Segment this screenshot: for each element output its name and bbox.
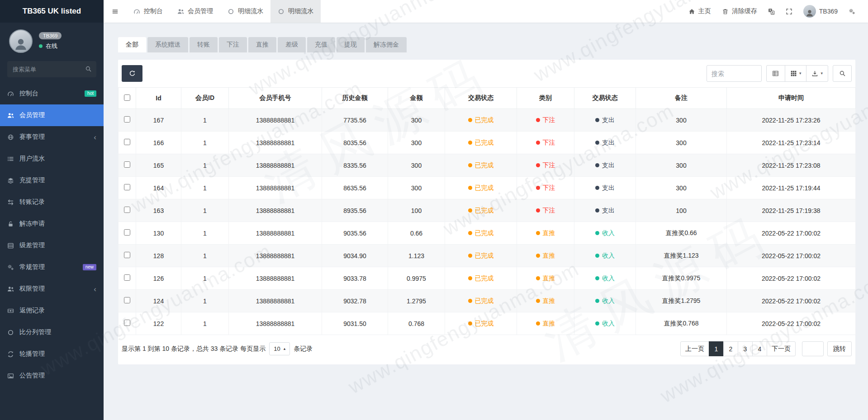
sidebar-item-matches[interactable]: 赛事管理‹ xyxy=(0,126,104,148)
sidebar-item-dashboard[interactable]: 控制台hot xyxy=(0,83,104,104)
nav-tab-label: 明细流水 xyxy=(288,7,313,15)
list-icon xyxy=(7,156,14,162)
row-checkbox[interactable] xyxy=(124,207,130,213)
page-size-select[interactable]: 10 ▴ xyxy=(269,342,290,355)
page-number-button[interactable]: 3 xyxy=(738,341,753,356)
clear-cache-link[interactable]: 清除缓存 xyxy=(722,7,757,15)
cell-amount: 0.9975 xyxy=(388,267,445,290)
row-checkbox[interactable] xyxy=(124,139,130,145)
row-checkbox[interactable] xyxy=(124,297,130,303)
sidebar-item-level-diff[interactable]: 级差管理 xyxy=(0,235,104,256)
exchange-icon xyxy=(7,199,14,206)
filter-tab-7[interactable]: 提现 xyxy=(337,37,365,52)
sidebar-item-user-flow[interactable]: 用户流水 xyxy=(0,148,104,170)
cell-flow: 支出 xyxy=(574,109,636,132)
row-checkbox[interactable] xyxy=(124,320,130,326)
cell-amount: 1.123 xyxy=(388,245,445,267)
toggle-view-button[interactable] xyxy=(766,65,785,82)
page-next-button[interactable]: 下一页 xyxy=(767,341,796,356)
sidebar-item-transfer-records[interactable]: 转账记录 xyxy=(0,191,104,213)
refresh-button[interactable] xyxy=(122,65,142,82)
sidebar-item-score-columns[interactable]: 比分列管理 xyxy=(0,321,104,343)
globe-icon xyxy=(7,134,14,141)
select-all-checkbox[interactable] xyxy=(124,94,130,101)
fullscreen-button[interactable] xyxy=(786,8,792,15)
page-jump-button[interactable]: 跳转 xyxy=(827,341,852,356)
search-button[interactable] xyxy=(833,65,852,82)
user-avatar xyxy=(9,29,33,53)
cell-apply-time: 2022-11-25 17:19:38 xyxy=(727,199,856,222)
filter-tab-0[interactable]: 全部 xyxy=(118,37,146,52)
pagination: 上一页1234下一页跳转 xyxy=(680,341,852,356)
page-prev-button[interactable]: 上一页 xyxy=(680,341,709,356)
sidebar-toggle-button[interactable] xyxy=(104,0,126,23)
nav-tab-4[interactable]: 明细流水 xyxy=(270,0,321,23)
row-checkbox[interactable] xyxy=(124,116,130,123)
filter-tab-5[interactable]: 差级 xyxy=(278,37,306,52)
caret-down-icon: ▾ xyxy=(799,71,802,76)
cell-remark: 300 xyxy=(636,177,727,199)
home-link[interactable]: 主页 xyxy=(688,7,711,15)
column-header-5: 交易状态 xyxy=(445,88,517,109)
row-checkbox[interactable] xyxy=(124,252,130,258)
filter-tab-8[interactable]: 解冻佣金 xyxy=(366,37,407,52)
page-number-button[interactable]: 1 xyxy=(709,341,724,356)
loop-icon xyxy=(7,351,14,358)
export-button[interactable]: ▾ xyxy=(806,65,828,82)
nav-tab-2[interactable]: 会员管理 xyxy=(170,0,220,23)
filter-tab-3[interactable]: 下注 xyxy=(219,37,247,52)
clear-cache-label: 清除缓存 xyxy=(732,7,757,15)
sidebar-item-carousel[interactable]: 轮播管理 xyxy=(0,343,104,365)
cell-id: 164 xyxy=(136,177,181,199)
unlock-icon xyxy=(7,221,14,227)
hamburger-icon xyxy=(112,8,119,15)
cell-member-id: 1 xyxy=(181,154,229,177)
online-status: 在线 xyxy=(39,42,62,50)
user-badge: TB369 xyxy=(39,32,62,39)
cell-apply-time: 2022-11-25 17:19:44 xyxy=(727,177,856,199)
sidebar-item-recharge-withdraw[interactable]: 充提管理 xyxy=(0,170,104,191)
cell-phone: 13888888881 xyxy=(229,132,322,154)
row-checkbox[interactable] xyxy=(124,274,130,281)
filter-tabs: 全部系统赠送转账下注直推差级充值提现解冻佣金 xyxy=(118,37,855,52)
cell-trade-status: 已完成 xyxy=(445,132,517,154)
cell-phone: 13888888881 xyxy=(229,154,322,177)
cell-category: 直推 xyxy=(517,267,574,290)
row-checkbox[interactable] xyxy=(124,161,130,168)
sidebar-search-input[interactable] xyxy=(7,61,96,77)
row-checkbox[interactable] xyxy=(124,184,130,190)
translate-button[interactable] xyxy=(768,8,775,15)
cell-phone: 13888888881 xyxy=(229,199,322,222)
grid-icon xyxy=(790,70,797,77)
filter-tab-1[interactable]: 系统赠送 xyxy=(147,37,188,52)
sidebar-item-rebate-records[interactable]: 返佣记录 xyxy=(0,300,104,321)
column-header-9: 申请时间 xyxy=(727,88,856,109)
sidebar-item-members[interactable]: 会员管理 xyxy=(0,104,104,126)
cell-phone: 13888888881 xyxy=(229,245,322,267)
settings-button[interactable] xyxy=(849,8,855,15)
sidebar-item-announcements[interactable]: 公告管理 xyxy=(0,365,104,387)
sidebar-item-unfreeze-requests[interactable]: 解冻申请 xyxy=(0,213,104,235)
filter-tab-6[interactable]: 充值 xyxy=(307,37,335,52)
cell-category: 直推 xyxy=(517,290,574,312)
filter-tab-2[interactable]: 转账 xyxy=(190,37,218,52)
nav-tab-3[interactable]: 明细流水 xyxy=(220,0,270,23)
page-number-button[interactable]: 4 xyxy=(752,341,767,356)
page-jump-input[interactable] xyxy=(802,341,824,356)
cell-apply-time: 2022-05-22 17:00:02 xyxy=(727,312,856,335)
cell-member-id: 1 xyxy=(181,267,229,290)
nav-tab-1[interactable]: 控制台 xyxy=(126,0,170,23)
sidebar-item-permissions[interactable]: 权限管理‹ xyxy=(0,278,104,300)
cell-trade-status: 已完成 xyxy=(445,199,517,222)
row-checkbox[interactable] xyxy=(124,229,130,236)
app-logo[interactable]: TB365 UK listed xyxy=(0,0,104,23)
cell-history-amount: 9035.56 xyxy=(322,222,388,245)
cell-id: 122 xyxy=(136,312,181,335)
columns-button[interactable]: ▾ xyxy=(785,65,807,82)
user-menu[interactable]: TB369 xyxy=(803,5,838,18)
sidebar-item-label: 控制台 xyxy=(19,90,38,98)
sidebar-item-general[interactable]: 常规管理new xyxy=(0,256,104,278)
page-number-button[interactable]: 2 xyxy=(723,341,738,356)
filter-tab-4[interactable]: 直推 xyxy=(248,37,276,52)
table-search-input[interactable] xyxy=(707,65,762,82)
